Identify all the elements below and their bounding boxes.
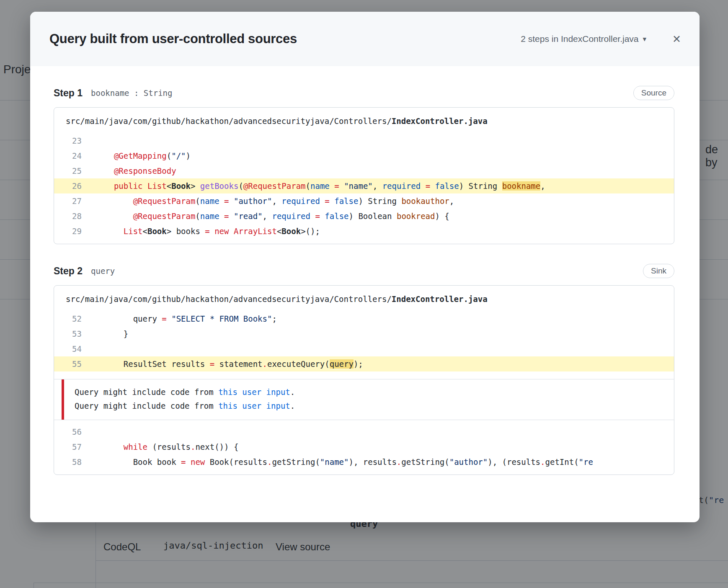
code-token: [167, 314, 171, 323]
code-token: =: [181, 457, 186, 467]
step-label: Step 1: [54, 88, 83, 99]
file-path: src/main/java/com/github/hackathon/advan…: [54, 108, 674, 133]
code-token: getBooks: [200, 181, 239, 191]
step-sublabel: query: [91, 266, 115, 276]
annotation-line: Query might include code from this user …: [75, 399, 674, 413]
code-token: .: [540, 457, 545, 467]
code-token: (: [195, 211, 200, 221]
code-line: 23: [54, 133, 674, 148]
code-token: ): [186, 151, 191, 160]
code-token: }: [124, 329, 128, 338]
code-token: List: [147, 181, 167, 191]
code-text: @GetMapping("/"): [82, 151, 191, 160]
code-token: getString(: [272, 457, 320, 467]
code-token: .: [267, 457, 272, 467]
code-token: );: [354, 359, 363, 369]
code-token: [186, 457, 190, 467]
code-token: ,: [263, 211, 272, 221]
code-token: @RequestParam: [133, 196, 196, 206]
code-lines-block: 52 query = "SELECT * FROM Books";53 }545…: [54, 311, 674, 371]
code-token: [210, 227, 214, 236]
code-line: 58 Book book = new Book(results.getStrin…: [54, 454, 674, 469]
code-token: bookauthor: [401, 196, 449, 206]
code-token: "SELECT * FROM Books": [171, 314, 272, 323]
code-token: @GetMapping: [114, 151, 167, 160]
code-token: ,: [272, 196, 281, 206]
code-token: ArrayList: [234, 227, 277, 236]
code-line: 27 @RequestParam(name = "author", requir…: [54, 193, 674, 209]
code-token: [143, 181, 147, 191]
step-sublabel: bookname : String: [91, 88, 172, 98]
code-line: 54: [54, 341, 674, 356]
code-token: Query might include code from: [75, 387, 218, 397]
code-token: ), (results: [488, 457, 540, 467]
close-icon[interactable]: ✕: [672, 34, 681, 44]
code-token: required: [382, 181, 421, 191]
code-token: [430, 181, 435, 191]
code-token: name: [310, 181, 330, 191]
code-token: =: [315, 211, 320, 221]
code-line: 28 @RequestParam(name = "read", required…: [54, 209, 674, 224]
code-token: .: [290, 401, 295, 410]
code-text: while (results.next()) {: [82, 442, 238, 451]
code-line: 57 while (results.next()) {: [54, 439, 674, 454]
code-token: (results: [147, 442, 191, 451]
user-input-link[interactable]: this user input: [218, 387, 290, 397]
code-box: src/main/java/com/github/hackathon/advan…: [54, 107, 674, 244]
steps-root: Step 1bookname : StringSourcesrc/main/ja…: [30, 85, 700, 475]
dialog-header-actions: 2 steps in IndexController.java ▾ ✕: [521, 34, 681, 44]
line-number: 56: [54, 427, 82, 436]
code-token: [339, 181, 344, 191]
code-text: ResultSet results = statement.executeQue…: [82, 359, 363, 369]
code-token: @RequestParam: [133, 211, 196, 221]
code-text: @RequestParam(name = "author", required …: [82, 196, 454, 206]
source-badge: Source: [633, 86, 674, 100]
code-token: =: [224, 196, 229, 206]
code-token: public: [114, 181, 143, 191]
highlighted-token: query: [330, 359, 354, 369]
code-token: "/": [171, 151, 186, 160]
code-token: (: [306, 181, 310, 191]
code-token: "name": [320, 457, 349, 467]
code-token: >();: [301, 227, 320, 236]
line-number: 29: [54, 227, 82, 236]
steps-dropdown-label: 2 steps in IndexController.java: [521, 34, 638, 44]
line-number: 27: [54, 196, 82, 206]
code-text: List<Book> books = new ArrayList<Book>()…: [82, 227, 320, 236]
line-number: 58: [54, 457, 82, 467]
line-number: 25: [54, 166, 82, 175]
code-token: false: [325, 211, 349, 221]
chevron-down-icon: ▾: [643, 36, 647, 43]
code-token: [320, 211, 325, 221]
code-token: ) {: [435, 211, 449, 221]
code-token: <: [167, 181, 171, 191]
code-token: (: [238, 181, 243, 191]
code-token: <: [277, 227, 281, 236]
code-token: statement: [214, 359, 262, 369]
code-token: "author": [234, 196, 272, 206]
code-token: .: [397, 457, 401, 467]
file-path-prefix: src/main/java/com/github/hackathon/advan…: [66, 294, 392, 304]
code-token: List: [124, 227, 143, 236]
code-token: =: [210, 359, 214, 369]
code-line: 55 ResultSet results = statement.execute…: [54, 356, 674, 371]
user-input-link[interactable]: this user input: [218, 401, 290, 410]
alert-path-dialog: Query built from user-controlled sources…: [30, 12, 700, 522]
code-token: >: [191, 181, 200, 191]
code-token: =: [325, 196, 329, 206]
highlighted-token: bookname: [502, 181, 541, 191]
file-name: IndexController.java: [392, 294, 488, 304]
code-token: =: [205, 227, 209, 236]
dialog-header: Query built from user-controlled sources…: [30, 12, 700, 66]
code-token: required: [272, 211, 310, 221]
code-line: 56: [54, 424, 674, 439]
dialog-title: Query built from user-controlled sources: [49, 31, 297, 46]
code-token: new: [191, 457, 205, 467]
annotation-content: Query might include code from this user …: [62, 379, 674, 420]
code-token: required: [281, 196, 320, 206]
code-token: ), results: [349, 457, 396, 467]
file-path: src/main/java/com/github/hackathon/advan…: [54, 286, 674, 311]
code-token: Book book: [133, 457, 181, 467]
code-token: bookread: [397, 211, 435, 221]
steps-dropdown[interactable]: 2 steps in IndexController.java ▾: [521, 34, 646, 44]
